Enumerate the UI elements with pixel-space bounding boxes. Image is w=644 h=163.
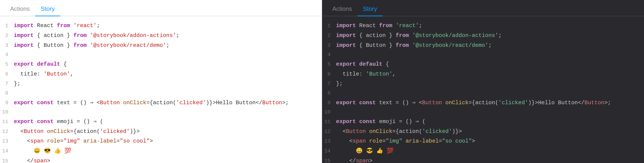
code-line-2: 2 import { action } from '@storybook/add…	[0, 31, 322, 41]
code-line-1: 1 import React from 'react';	[0, 21, 322, 31]
line-num-3: 3	[0, 41, 14, 50]
code-line-13: 13 <span role="img" aria-label="so cool"…	[0, 136, 322, 146]
dark-code-line-9: 9 export const text = () ⇒ <Button onCli…	[322, 98, 644, 108]
code-line-10: 10	[0, 108, 322, 117]
dark-code-content-15: </span>	[336, 156, 644, 163]
dark-code-content-5: export default {	[336, 60, 644, 69]
code-content-5: export default {	[14, 60, 322, 69]
dark-line-num-1: 1	[322, 21, 336, 30]
code-line-6: 6 title: 'Button',	[0, 69, 322, 79]
dark-code-line-2: 2 import { action } from '@storybook/add…	[322, 31, 644, 41]
code-line-12: 12 <Button onClick={action('clicked')}>	[0, 127, 322, 137]
line-num-14: 14	[0, 147, 14, 156]
dark-line-num-13: 13	[322, 137, 336, 146]
code-content-2: import { action } from '@storybook/addon…	[14, 31, 322, 40]
line-num-6: 6	[0, 70, 14, 79]
light-code-area: 1 import React from 'react'; 2 import { …	[0, 16, 322, 163]
dark-code-line-11: 11 export const emoji = () ⇒ (	[322, 117, 644, 127]
dark-code-line-10: 10	[322, 108, 644, 117]
code-content-12: <Button onClick={action('clicked')}>	[14, 127, 322, 136]
code-content-9: export const text = () ⇒ <Button onClick…	[14, 98, 322, 108]
dark-code-content-6: title: 'Button',	[336, 70, 644, 79]
light-tab-actions[interactable]: Actions	[4, 1, 35, 16]
code-line-5: 5 export default {	[0, 59, 322, 69]
dark-code-line-15: 15 </span>	[322, 156, 644, 163]
dark-code-line-3: 3 import { Button } from '@storybook/rea…	[322, 41, 644, 50]
dark-code-line-13: 13 <span role="img" aria-label="so cool"…	[322, 136, 644, 146]
line-num-9: 9	[0, 99, 14, 107]
dark-code-content-1: import React from 'react';	[336, 21, 644, 30]
line-num-1: 1	[0, 21, 14, 30]
dark-line-num-2: 2	[322, 31, 336, 40]
code-line-11: 11 export const emoji = () ⇒ (	[0, 117, 322, 127]
code-content-6: title: 'Button',	[14, 70, 322, 79]
dark-code-line-4: 4	[322, 50, 644, 59]
code-content-14: 😀 😎 👍 💯	[14, 147, 322, 156]
dark-code-content-13: <span role="img" aria-label="so cool">	[336, 137, 644, 146]
light-tab-story[interactable]: Story	[35, 1, 60, 16]
code-line-8: 8	[0, 89, 322, 98]
code-content-3: import { Button } from '@storybook/react…	[14, 41, 322, 50]
code-line-7: 7 };	[0, 79, 322, 89]
dark-code-content-9: export const text = () ⇒ <Button onClick…	[336, 98, 644, 108]
dark-line-num-6: 6	[322, 70, 336, 79]
dark-code-content-12: <Button onClick={action('clicked')}>	[336, 127, 644, 136]
code-line-14: 14 😀 😎 👍 💯	[0, 146, 322, 156]
code-line-15: 15 </span>	[0, 156, 322, 163]
line-num-13: 13	[0, 137, 14, 146]
code-line-9: 9 export const text = () ⇒ <Button onCli…	[0, 98, 322, 108]
dark-line-num-15: 15	[322, 157, 336, 163]
line-num-11: 11	[0, 118, 14, 126]
dark-code-content-3: import { Button } from '@storybook/react…	[336, 41, 644, 50]
line-num-8: 8	[0, 89, 14, 98]
dark-code-content-11: export const emoji = () ⇒ (	[336, 117, 644, 127]
dark-panel: Actions Story 1 import React from 'react…	[322, 0, 644, 163]
dark-code-content-7: };	[336, 79, 644, 89]
dark-line-num-7: 7	[322, 80, 336, 88]
dark-code-line-7: 7 };	[322, 79, 644, 89]
dark-code-line-8: 8	[322, 89, 644, 98]
line-num-15: 15	[0, 157, 14, 163]
dark-line-num-4: 4	[322, 50, 336, 59]
dark-code-content-2: import { action } from '@storybook/addon…	[336, 31, 644, 40]
line-num-4: 4	[0, 50, 14, 59]
code-line-3: 3 import { Button } from '@storybook/rea…	[0, 41, 322, 50]
code-content-13: <span role="img" aria-label="so cool">	[14, 137, 322, 146]
code-line-4: 4	[0, 50, 322, 59]
code-content-1: import React from 'react';	[14, 21, 322, 30]
dark-tab-story[interactable]: Story	[358, 1, 382, 16]
dark-line-num-9: 9	[322, 99, 336, 107]
line-num-10: 10	[0, 108, 14, 116]
dark-code-line-1: 1 import React from 'react';	[322, 21, 644, 31]
dark-code-line-6: 6 title: 'Button',	[322, 69, 644, 79]
dark-code-line-12: 12 <Button onClick={action('clicked')}>	[322, 127, 644, 137]
dark-line-num-5: 5	[322, 60, 336, 69]
dark-line-num-12: 12	[322, 127, 336, 136]
code-content-15: </span>	[14, 156, 322, 163]
dark-line-num-14: 14	[322, 147, 336, 156]
dark-line-num-11: 11	[322, 118, 336, 126]
dark-tab-actions[interactable]: Actions	[327, 1, 358, 16]
dark-line-num-3: 3	[322, 41, 336, 50]
line-num-12: 12	[0, 127, 14, 136]
line-num-5: 5	[0, 60, 14, 69]
code-content-11: export const emoji = () ⇒ (	[14, 117, 322, 127]
light-tab-bar: Actions Story	[0, 0, 322, 16]
dark-code-content-14: 😀 😎 👍 💯	[336, 147, 644, 156]
dark-tab-bar: Actions Story	[322, 0, 644, 16]
code-content-7: };	[14, 79, 322, 89]
line-num-7: 7	[0, 80, 14, 88]
dark-code-area: 1 import React from 'react'; 2 import { …	[322, 16, 644, 163]
dark-line-num-10: 10	[322, 108, 336, 116]
dark-code-line-5: 5 export default {	[322, 59, 644, 69]
dark-line-num-8: 8	[322, 89, 336, 98]
line-num-2: 2	[0, 31, 14, 40]
light-panel: Actions Story 1 import React from 'react…	[0, 0, 322, 163]
dark-code-line-14: 14 😀 😎 👍 💯	[322, 146, 644, 156]
